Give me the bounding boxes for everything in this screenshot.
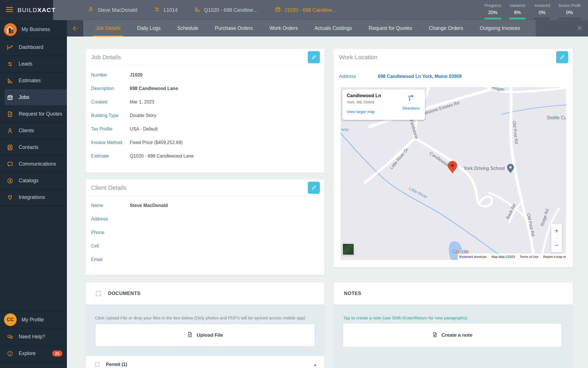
sidebar-item-label: My Business: [22, 26, 50, 32]
map-label-ridge-rd: Ridge Rd: [539, 208, 550, 227]
field-row-address: Address: [86, 212, 324, 226]
field-row-tax-profile: Tax Profile USA - Default: [86, 122, 324, 136]
edit-client-details-button[interactable]: [308, 182, 320, 194]
stat-progress-bar: [484, 18, 501, 20]
tab-outgoing-invoices[interactable]: Outgoing Invoices: [471, 20, 528, 37]
tab-daily-logs[interactable]: Daily Logs: [129, 20, 169, 37]
tab-job-details[interactable]: Job Details: [87, 20, 129, 37]
map-label-old-post-upper: Old Post Rd: [512, 120, 519, 144]
field-label: Tax Profile: [91, 126, 130, 132]
tab-schedule[interactable]: Schedule: [169, 20, 206, 37]
sidebar-item-my-profile[interactable]: CC My Profile: [0, 311, 67, 329]
tab-work-orders[interactable]: Work Orders: [261, 20, 306, 37]
sidebar-item-request-for-quotes[interactable]: $ Request for Quotes: [0, 106, 67, 122]
back-button[interactable]: [67, 20, 83, 37]
map-attribution: Keyboard shortcuts Map data ©2023 Terms …: [458, 254, 566, 260]
tab-change-orders[interactable]: Change Orders: [421, 20, 472, 37]
sidebar-item-my-business[interactable]: My Business: [0, 20, 67, 39]
satellite-view-toggle[interactable]: [342, 243, 354, 255]
school-map-pin[interactable]: [507, 164, 514, 173]
field-label: Number: [91, 72, 130, 78]
sidebar-item-clients[interactable]: Clients: [0, 122, 67, 139]
field-value: USA - Default: [130, 126, 158, 132]
sidebar-item-leads[interactable]: Leads: [0, 56, 67, 72]
sidebar-item-communications[interactable]: Communications: [0, 156, 67, 172]
brand-logo[interactable]: BUILDXACT: [18, 7, 56, 14]
location-marker-pin[interactable]: [448, 161, 457, 173]
google-map[interactable]: Fieldstone Estates Rd Hogan Old Post Rd …: [341, 87, 566, 260]
sidebar-item-label: Integrations: [19, 194, 45, 200]
collapse-caret-icon[interactable]: ▲: [313, 363, 317, 367]
hamburger-menu-icon[interactable]: [6, 7, 13, 14]
stat-invoiced-value: 0%: [539, 10, 546, 15]
tab-purchase-orders[interactable]: Purchase Orders: [206, 20, 261, 37]
tab-strip-right: [536, 20, 588, 37]
directions-button[interactable]: Directions: [400, 93, 422, 110]
stat-gross-profit-bar: [558, 18, 581, 20]
client-details-title: Client Details: [91, 184, 308, 191]
breadcrumb-job-label: J1020 - 698 Candlew…: [285, 7, 337, 13]
sidebar-item-label: Clients: [19, 128, 34, 134]
rfq-document-icon: $: [7, 111, 13, 117]
terms-of-use-link[interactable]: Terms of Use: [520, 255, 538, 258]
zoom-out-button[interactable]: −: [551, 238, 562, 253]
field-label: Email: [91, 257, 130, 262]
breadcrumb-estimate[interactable]: Q1020 - 698 Candlew…: [194, 6, 258, 14]
stat-variance-value: 8%: [514, 10, 521, 15]
notes-title: NOTES: [344, 291, 361, 296]
breadcrumb-estimate-label: Q1020 - 698 Candlew…: [204, 7, 258, 13]
field-label: Phone: [91, 230, 130, 235]
client-details-fields: Name Steve MacDonald Address Phone Cell …: [86, 196, 324, 266]
sidebar-item-catalogs[interactable]: $ Catalogs: [0, 172, 67, 189]
document-group-permit[interactable]: Permit (1) ▲: [86, 356, 324, 368]
notes-instruction: Tap to create a note (use Shift+Enter/Re…: [334, 304, 573, 320]
create-note-button[interactable]: Create a note: [343, 324, 561, 347]
field-row-email: Email: [86, 253, 324, 266]
help-chat-icon: [7, 334, 13, 340]
sidebar-item-explore[interactable]: Explore 21: [0, 345, 67, 362]
sidebar-item-label: Contacts: [19, 144, 38, 150]
sidebar-item-dashboard[interactable]: Dashboard: [0, 39, 67, 56]
sidebar-item-contacts[interactable]: Contacts: [0, 139, 67, 156]
main-content: Job Details Number J1020 Description 698…: [67, 37, 588, 368]
sidebar-item-jobs[interactable]: Jobs: [0, 89, 67, 106]
leads-swap-icon: [7, 61, 13, 67]
estimates-setsquare-icon: [7, 78, 13, 84]
tab-list: Job Details Daily Logs Schedule Purchase…: [83, 20, 536, 37]
edit-work-location-button[interactable]: [556, 51, 568, 63]
notes-card: NOTES Tap to create a note (use Shift+En…: [334, 283, 573, 368]
field-row-building-type: Building Type Double Story: [86, 109, 324, 122]
svg-text:$: $: [9, 179, 11, 182]
field-row-estimate: Estimate Q1020 - 698 Candlewood Lane: [86, 149, 324, 163]
edit-job-details-button[interactable]: [308, 51, 320, 63]
keyboard-shortcuts-link[interactable]: Keyboard shortcuts: [459, 255, 487, 258]
breadcrumb-client[interactable]: Steve MacDonald: [88, 6, 137, 14]
tab-request-for-quotes[interactable]: Request for Quotes: [360, 20, 421, 37]
address-label: Address: [339, 74, 378, 79]
tab-actuals-costings[interactable]: Actuals Costings: [306, 20, 360, 37]
stat-progress-label: Progress: [484, 3, 501, 8]
sidebar-item-integrations[interactable]: Integrations: [0, 189, 67, 206]
breadcrumb-job-active[interactable]: J1020 - 698 Candlew…: [275, 6, 337, 14]
breadcrumb-lead[interactable]: L1014: [154, 6, 178, 14]
notes-body: Tap to create a note (use Shift+Enter/Re…: [334, 304, 573, 368]
report-map-error-link[interactable]: Report a map error: [543, 255, 566, 258]
swap-arrows-icon: [154, 6, 160, 14]
user-icon: [88, 6, 94, 14]
sidebar-item-label: Need Help?: [19, 334, 45, 340]
field-label: Name: [91, 203, 130, 208]
zoom-in-button[interactable]: +: [551, 224, 562, 238]
documents-select-all-checkbox[interactable]: [96, 291, 101, 296]
work-location-address-row: Address 698 Candlewood Ln York, Maine 03…: [334, 66, 573, 87]
sidebar-item-need-help[interactable]: Need Help?: [0, 329, 67, 345]
upload-file-dropzone[interactable]: Upload File: [95, 324, 315, 347]
sidebar-item-estimates[interactable]: Estimates: [0, 72, 67, 89]
map-info-card: Candlewood Ln York, ME 03909 View larger…: [342, 89, 425, 120]
info-icon: [7, 350, 13, 357]
permit-checkbox[interactable]: [95, 362, 100, 367]
breadcrumb-lead-label: L1014: [164, 7, 178, 13]
address-link[interactable]: 698 Candlewood Ln York, Maine 03909: [378, 74, 462, 79]
tab-scroll-end-icon[interactable]: [576, 25, 583, 32]
field-row-name: Name Steve MacDonald: [86, 199, 324, 212]
field-value: 698 Candlewood Lane: [130, 86, 178, 91]
